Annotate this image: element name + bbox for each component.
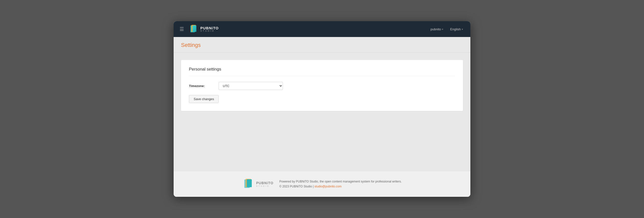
language-label: English bbox=[450, 27, 461, 31]
timezone-row: Timezone: UTC America/New_York America/C… bbox=[189, 82, 455, 90]
page-header: Settings bbox=[174, 37, 470, 53]
navbar-right: pubnito ▾ English ▾ bbox=[428, 26, 466, 33]
footer: PUBNiTO STUDIO Powered by PUBNiTO Studio… bbox=[174, 171, 470, 197]
logo-icon bbox=[189, 24, 198, 34]
user-menu[interactable]: pubnito ▾ bbox=[428, 26, 446, 33]
footer-email-link[interactable]: studio@pubnito.com bbox=[314, 185, 342, 188]
timezone-label: Timezone: bbox=[189, 84, 214, 88]
footer-logo: PUBNiTO STUDIO bbox=[242, 178, 274, 190]
save-changes-button[interactable]: Save changes bbox=[189, 95, 218, 103]
footer-copyright-text: © 2023 PUBNiTO Studio | bbox=[280, 185, 314, 188]
page-title: Settings bbox=[181, 42, 463, 48]
footer-logo-icon bbox=[242, 178, 254, 190]
footer-studio: STUDIO bbox=[256, 185, 274, 187]
footer-logo-text: PUBNiTO STUDIO bbox=[256, 181, 274, 187]
card-title: Personal settings bbox=[189, 67, 455, 76]
user-label: pubnito bbox=[430, 27, 441, 31]
user-dropdown-arrow: ▾ bbox=[442, 28, 443, 31]
logo-container: PUBNiTO STUDIO bbox=[189, 24, 218, 34]
logo-text: PUBNiTO STUDIO bbox=[200, 26, 218, 32]
language-menu[interactable]: English ▾ bbox=[448, 26, 466, 33]
svg-rect-3 bbox=[192, 25, 196, 32]
browser-window: ☰ PUBNiTO STUDI bbox=[174, 21, 470, 197]
logo-pubnito: PUBNiTO bbox=[200, 26, 218, 30]
footer-text: Powered by PUBNiTO Studio, the open cont… bbox=[280, 179, 402, 189]
timezone-select[interactable]: UTC America/New_York America/Chicago Ame… bbox=[218, 82, 283, 90]
logo-studio: STUDIO bbox=[200, 30, 218, 32]
navbar: ☰ PUBNiTO STUDI bbox=[174, 21, 470, 37]
main-content: Personal settings Timezone: UTC America/… bbox=[174, 53, 470, 171]
hamburger-icon[interactable]: ☰ bbox=[178, 25, 185, 33]
footer-powered-text: Powered by PUBNiTO Studio, the open cont… bbox=[280, 179, 402, 184]
svg-rect-6 bbox=[247, 179, 252, 187]
footer-pubnito: PUBNiTO bbox=[256, 181, 274, 185]
footer-copyright-line: © 2023 PUBNiTO Studio | studio@pubnito.c… bbox=[280, 184, 402, 189]
settings-card: Personal settings Timezone: UTC America/… bbox=[181, 60, 463, 111]
navbar-left: ☰ PUBNiTO STUDI bbox=[178, 24, 218, 34]
language-dropdown-arrow: ▾ bbox=[462, 28, 463, 31]
